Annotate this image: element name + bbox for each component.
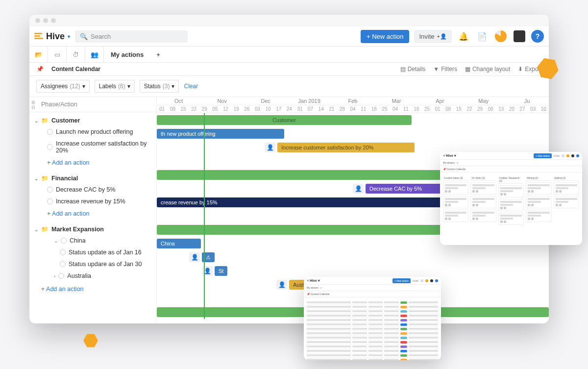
table-preview: ≡ Hive ▾ + New action Invite My actions … [304, 277, 441, 360]
search-icon: 🔍 [80, 33, 88, 40]
mini-new-action: + New action [392, 278, 411, 283]
person-plus-icon: +👤 [437, 33, 447, 40]
add-tab-button[interactable]: + [150, 51, 166, 58]
hexagon-decoration [83, 333, 98, 348]
add-action[interactable]: + Add an action [32, 282, 156, 296]
add-action[interactable]: + Add an action [32, 156, 156, 169]
traffic-dot [35, 18, 40, 23]
subbar: 📌 Content Calendar ▤ Details ▼ Filters ▦… [29, 63, 549, 76]
status-circle-icon [47, 129, 53, 135]
topbar: Hive ▾ 🔍 Search + New action Invite +👤 🔔… [29, 26, 549, 47]
avatar[interactable] [513, 29, 526, 43]
hive-logo-icon: ≡ Hive ▾ [307, 279, 320, 283]
brand-name: Hive [46, 31, 65, 42]
day-header: 0108152229051219260310172431071421280411… [157, 105, 549, 113]
list-item[interactable]: ⌄China [32, 235, 156, 246]
group-market: ⌄📁Market Expansion ⌄China Status update … [29, 221, 156, 297]
assignee-icon[interactable]: 👤 [276, 280, 287, 290]
file-icon[interactable]: 📄 [475, 29, 489, 43]
clock-tab[interactable]: ⏱ [67, 47, 85, 62]
hive-logo-icon: ≡ Hive ▾ [443, 154, 456, 158]
search-placeholder: Search [91, 33, 111, 40]
new-action-button[interactable]: + New action [361, 30, 410, 43]
mini-new-action: + New action [534, 153, 552, 158]
help-button[interactable]: ? [531, 30, 544, 43]
status-circle-icon [60, 261, 66, 267]
id-tab[interactable]: ▭ [48, 47, 67, 62]
page-title: Content Calendar [51, 66, 100, 73]
list-item[interactable]: Increase revenue by 15% [32, 196, 156, 207]
month-header: OctNovDecJan 2019FebMarAprMayJu [157, 97, 549, 105]
group-financial: ⌄📁Financial Decrease CAC by 5% Increase … [29, 170, 156, 221]
list-item[interactable]: Decrease CAC by 5% [32, 184, 156, 196]
gantt-bar[interactable]: Increase customer satisfaction by 20% [277, 143, 415, 152]
side-panel: ⊞⊟ Phase/Action ⌄📁Customer Launch new pr… [29, 97, 157, 323]
chevron-down-icon: ▾ [68, 34, 70, 39]
people-tab[interactable]: 👥 [85, 47, 104, 62]
list-item[interactable]: Increase customer satisfaction by 20% [32, 138, 156, 156]
folder-tab[interactable]: 📂 [29, 47, 48, 62]
kanban-preview: ≡ Hive ▾ + New action Invite My actions … [440, 152, 582, 245]
group-header[interactable]: ⌄📁Financial [32, 173, 156, 184]
window-chrome [29, 15, 549, 26]
traffic-dot [43, 18, 48, 23]
status-circle-icon [60, 249, 66, 255]
list-item[interactable]: Status updare as of Jan 30 [32, 258, 156, 270]
layout-button[interactable]: ▦ Change layout [465, 66, 510, 73]
assignee-icon[interactable]: 👤 [189, 252, 200, 262]
status-circle-icon [47, 198, 53, 204]
group-header[interactable]: ⌄📁Market Expansion [32, 224, 156, 235]
group-customer: ⌄📁Customer Launch new product offering I… [29, 112, 156, 170]
activity-pie-icon[interactable] [494, 29, 508, 43]
gantt-bar[interactable]: Decrease CAC by 5% [366, 184, 449, 194]
filter-bar: Assignees (12) ▾ Labels (6) ▾ Status (3)… [29, 76, 549, 97]
status-circle-icon [47, 144, 53, 150]
my-actions-label[interactable]: My actions [104, 51, 150, 58]
assignee-icon[interactable]: 👤 [353, 184, 364, 194]
status-circle-icon [58, 273, 64, 279]
invite-button[interactable]: Invite +👤 [414, 30, 452, 43]
pin-icon[interactable]: 📌 [36, 66, 44, 73]
side-header: ⊞⊟ Phase/Action [29, 97, 156, 112]
list-item[interactable]: Launch new product offering [32, 126, 156, 138]
assignee-icon[interactable]: 👤 [265, 143, 275, 152]
details-button[interactable]: ▤ Details [400, 66, 426, 73]
gantt-bar[interactable]: China [157, 239, 201, 248]
status-circle-icon [47, 187, 53, 193]
status-circle-icon [61, 238, 67, 244]
labels-filter[interactable]: Labels (6) ▾ [95, 80, 135, 93]
traffic-dot [51, 18, 56, 23]
today-line [204, 113, 205, 319]
gantt-bar[interactable]: St [215, 266, 227, 276]
expand-collapse-icon[interactable]: ⊞⊟ [31, 100, 35, 110]
bell-icon[interactable]: 🔔 [457, 29, 470, 43]
brand[interactable]: Hive ▾ [34, 31, 70, 42]
gantt-bar-customer[interactable]: Customer [157, 115, 412, 125]
list-item[interactable]: Status update as of Jan 16 [32, 246, 156, 258]
search-input[interactable]: 🔍 Search [75, 30, 188, 43]
gantt-bar[interactable]: th new product offering [157, 129, 284, 139]
add-action[interactable]: + Add an action [32, 207, 156, 220]
assignees-filter[interactable]: Assignees (12) ▾ [36, 80, 90, 93]
list-item[interactable]: ›Australia [32, 270, 156, 282]
filters-button[interactable]: ▼ Filters [433, 66, 457, 73]
status-filter[interactable]: Status (3) ▾ [140, 80, 179, 93]
group-header[interactable]: ⌄📁Customer [32, 115, 156, 126]
clear-filters[interactable]: Clear [184, 83, 198, 90]
hive-logo-icon [34, 33, 43, 40]
nav-row: 📂 ▭ ⏱ 👥 My actions + [29, 47, 549, 63]
